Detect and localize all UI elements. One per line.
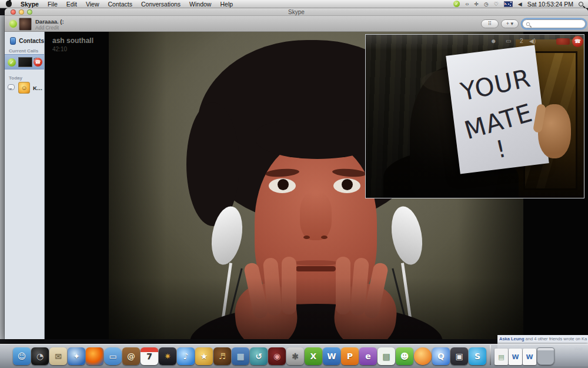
current-calls-header: Current Calls <box>9 48 38 54</box>
sidebar-item-contacts[interactable]: Contacts <box>5 35 44 46</box>
menu-conversations[interactable]: Conversations <box>141 1 181 8</box>
dock-icon-word-document[interactable]: W <box>509 349 522 365</box>
dock: ☺ ◔ ✉ ✦ ▭ @ 7 ✷ ♪ ★ ♬ ▦ ↺ ◉ ✱ X W P e ▤ … <box>0 344 588 368</box>
dock-icon-finder[interactable]: ☺ <box>13 347 31 365</box>
handwritten-sign: YOUR MATE ! <box>446 45 549 174</box>
add-contact-button[interactable]: + ▾ <box>501 19 519 28</box>
dock-icon-photo-booth[interactable]: ▣ <box>450 347 468 365</box>
dock-icon-documents-stack[interactable]: ▤ <box>495 349 508 365</box>
facebook-notification: Aska Leung and 4 other friends wrote on … <box>499 336 586 342</box>
hangup-button[interactable]: ☎ <box>572 36 583 47</box>
dock-icon-word-document-2[interactable]: W <box>523 349 536 365</box>
today-conversation-row[interactable]: ☺ K… <box>5 81 44 95</box>
dock-icon-garageband[interactable]: ♬ <box>213 347 231 365</box>
title-bar[interactable]: Skype <box>5 8 588 16</box>
search-input[interactable] <box>530 21 580 27</box>
dock-icon-entourage[interactable]: e <box>359 347 377 365</box>
search-icon <box>526 22 530 25</box>
time-machine-menu-icon[interactable]: ◷ <box>484 1 489 8</box>
code-brackets-icon[interactable]: ‹› <box>465 1 469 8</box>
menu-edit[interactable]: Edit <box>66 1 77 8</box>
mute-button[interactable] <box>556 38 570 45</box>
online-status-icon[interactable] <box>9 20 17 28</box>
desktop: Skype File Edit View Contacts Conversati… <box>0 0 588 368</box>
dock-icon-iphoto[interactable]: ✷ <box>159 347 176 365</box>
apple-menu-icon[interactable] <box>6 1 12 7</box>
input-menu-flag-icon[interactable] <box>504 1 513 7</box>
contact-name-label: K… <box>33 85 42 91</box>
dock-icon-skype[interactable]: S <box>469 347 486 365</box>
dock-icon-system-preferences[interactable]: ✱ <box>286 347 304 365</box>
video-controls-overlay: ☻ ▭ 2 ◀) ☎ <box>366 35 584 50</box>
sync-status-icon[interactable]: ✓ <box>453 1 460 7</box>
menu-file[interactable]: File <box>48 1 58 8</box>
facebook-profile-link[interactable]: Aska Leung <box>499 336 524 342</box>
call-video-thumbnail[interactable] <box>18 57 32 67</box>
dock-separator <box>490 345 491 365</box>
dock-icon-firefox[interactable] <box>86 347 103 365</box>
speaker-icon[interactable]: ◀) <box>529 38 536 44</box>
dock-icon-excel[interactable]: X <box>305 347 322 365</box>
user-avatar[interactable] <box>19 18 32 31</box>
shape-menu-icon[interactable]: ♡ <box>494 1 499 8</box>
dock-icon-spreadsheet[interactable]: ▤ <box>377 347 395 365</box>
sign-line-3: ! <box>493 135 509 163</box>
call-status-icon: ✓ <box>8 58 16 67</box>
sign-text: YOUR MATE ! <box>446 45 549 174</box>
dock-icon-mail[interactable]: ✉ <box>49 347 67 365</box>
dock-icon-trash[interactable] <box>537 347 554 365</box>
dock-icon-ichat[interactable]: ▭ <box>104 347 122 365</box>
call-duration: 42:10 <box>52 46 67 52</box>
dock-icon-safari[interactable]: ✦ <box>68 347 85 365</box>
background-window-edge <box>0 15 5 339</box>
volume-menu-icon[interactable]: ◀ <box>518 1 522 8</box>
facebook-notification-text: and 4 other friends wrote on Ka <box>524 336 587 342</box>
current-call-row[interactable]: ✓ ▴▾ ☎ <box>5 54 44 69</box>
dock-icon-word[interactable]: W <box>323 347 340 365</box>
dock-icon-messenger[interactable]: ☻ <box>396 347 413 365</box>
today-header: Today <box>9 75 22 81</box>
dock-icon-ical[interactable]: 7 <box>141 347 158 365</box>
add-credit-link[interactable]: Add Credit <box>35 25 59 31</box>
participants-count: 2 <box>520 38 523 44</box>
contact-emoji-avatar: ☺ <box>18 82 30 94</box>
menubar-clock[interactable]: Sat 10:53:24 PM <box>527 1 573 8</box>
skype-window: Skype Daraaaa. (: Add Credit ⠿ + ▾ Conta… <box>5 8 588 339</box>
menu-view[interactable]: View <box>86 1 99 8</box>
video-call-area: ash southall 42:10 YOUR MATE <box>45 32 588 339</box>
menu-bar: Skype File Edit View Contacts Conversati… <box>0 0 588 8</box>
dock-icon-idvd[interactable]: ◉ <box>268 347 286 365</box>
dock-icon-address-book[interactable]: @ <box>122 347 140 365</box>
pip-video-feed[interactable]: YOUR MATE ! ☻ ▭ 2 ◀) ☎ <box>365 34 584 198</box>
menu-help[interactable]: Help <box>220 1 233 8</box>
search-field[interactable] <box>522 19 586 28</box>
dock-icon-quicktime[interactable]: Q <box>432 347 450 365</box>
contacts-label: Contacts <box>19 38 44 44</box>
menu-window[interactable]: Window <box>189 1 211 8</box>
screen-share-icon[interactable]: ▭ <box>506 38 511 44</box>
toolbar: Daraaaa. (: Add Credit ⠿ + ▾ <box>5 16 588 32</box>
add-person-icon[interactable]: ☻ <box>490 38 497 44</box>
end-call-button[interactable]: ☎ <box>34 58 42 67</box>
chat-bubble-icon <box>8 84 15 90</box>
dock-icons: ☺ ◔ ✉ ✦ ▭ @ 7 ✷ ♪ ★ ♬ ▦ ↺ ◉ ✱ X W P e ▤ … <box>13 345 554 365</box>
dock-icon-imovie[interactable]: ★ <box>195 347 213 365</box>
move-tool-icon[interactable]: ✛ <box>474 1 479 8</box>
spotlight-icon[interactable] <box>579 2 583 6</box>
window-title: Skype <box>5 9 588 15</box>
dock-icon-time-machine[interactable]: ↺ <box>250 347 268 365</box>
dock-icon-dashboard[interactable]: ◔ <box>31 347 49 365</box>
contacts-icon <box>10 37 16 45</box>
call-contact-name: ash southall <box>52 37 93 45</box>
dock-icon-powerpoint[interactable]: P <box>341 347 359 365</box>
dialpad-button[interactable]: ⠿ <box>481 19 499 28</box>
dock-icon-iweb[interactable]: ▦ <box>232 347 249 365</box>
menu-contacts[interactable]: Contacts <box>108 1 132 8</box>
dock-icon-itunes[interactable]: ♪ <box>177 347 195 365</box>
user-name[interactable]: Daraaaa. (: <box>35 18 64 25</box>
dock-icon-clonedvd[interactable] <box>414 347 432 365</box>
menu-skype[interactable]: Skype <box>21 1 39 8</box>
sidebar: Contacts Current Calls ✓ ▴▾ ☎ Today ☺ K… <box>5 32 45 339</box>
